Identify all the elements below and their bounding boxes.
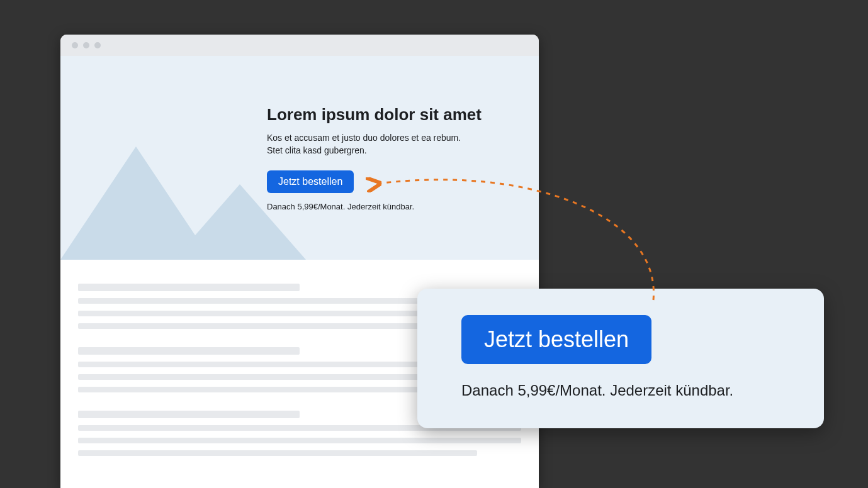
price-note: Danach 5,99€/Monat. Jederzeit kündbar. bbox=[267, 202, 519, 211]
price-note-large: Danach 5,99€/Monat. Jederzeit kündbar. bbox=[461, 382, 780, 399]
hero-section: Lorem ipsum dolor sit amet Kos et accusa… bbox=[60, 56, 539, 260]
skeleton-line bbox=[78, 450, 477, 456]
traffic-light-zoom-icon bbox=[94, 42, 101, 48]
hero-subtitle-line1: Kos et accusam et justo duo dolores et e… bbox=[267, 133, 461, 143]
hero-title: Lorem ipsum dolor sit amet bbox=[267, 105, 519, 125]
browser-titlebar bbox=[60, 35, 539, 56]
hero-subtitle: Kos et accusam et justo duo dolores et e… bbox=[267, 132, 519, 157]
hero-content: Lorem ipsum dolor sit amet Kos et accusa… bbox=[267, 105, 519, 211]
order-button[interactable]: Jetzt bestellen bbox=[267, 170, 354, 193]
skeleton-line bbox=[78, 411, 300, 418]
order-button-large[interactable]: Jetzt bestellen bbox=[461, 315, 651, 364]
traffic-light-minimize-icon bbox=[83, 42, 89, 48]
zoom-callout-panel: Jetzt bestellen Danach 5,99€/Monat. Jede… bbox=[417, 289, 824, 428]
skeleton-line bbox=[78, 438, 521, 443]
skeleton-line bbox=[78, 347, 300, 355]
skeleton-line bbox=[78, 284, 300, 291]
traffic-light-close-icon bbox=[72, 42, 78, 48]
hero-subtitle-line2: Stet clita kasd gubergren. bbox=[267, 145, 367, 155]
